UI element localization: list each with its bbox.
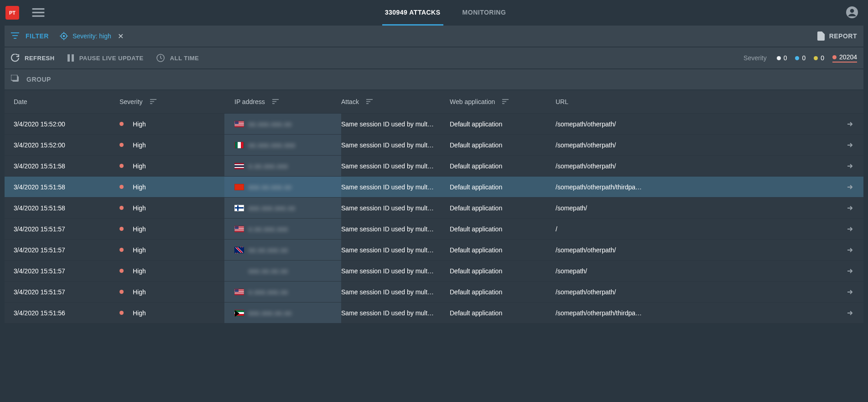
cell-date: 3/4/2020 15:51:57 (5, 246, 120, 254)
svg-rect-5 (11, 32, 19, 33)
filter-icon[interactable] (11, 32, 19, 40)
row-open-button[interactable] (836, 163, 863, 169)
column-url[interactable]: URL (556, 98, 836, 105)
close-icon[interactable]: ✕ (118, 32, 124, 41)
app-header: PT 330949 ATTACKS MONITORING (0, 0, 868, 26)
top-nav: 330949 ATTACKS MONITORING (45, 0, 846, 26)
nav-monitoring[interactable]: MONITORING (460, 0, 509, 26)
svg-rect-25 (366, 99, 373, 100)
logo[interactable]: PT (5, 6, 19, 20)
cell-date: 3/4/2020 15:52:00 (5, 141, 120, 149)
flag-icon (234, 247, 244, 253)
row-open-button[interactable] (836, 268, 863, 274)
table-row[interactable]: 3/4/2020 15:51:56Highxxx.xxx.xx.xxSame s… (5, 302, 863, 323)
severity-stats-label: Severity (743, 54, 767, 62)
table-row[interactable]: 3/4/2020 15:51:58Highx.xx.xxx.xxxSame se… (5, 155, 863, 176)
svg-point-4 (850, 9, 854, 13)
svg-rect-20 (150, 101, 154, 102)
flag-icon (234, 310, 244, 316)
row-open-button[interactable] (836, 247, 863, 253)
row-open-button[interactable] (836, 205, 863, 211)
group-bar[interactable]: GROUP (5, 69, 863, 89)
table-row[interactable]: 3/4/2020 15:51:58Highxxx.xxx.xxx.xxSame … (5, 197, 863, 218)
arrow-right-icon (847, 184, 853, 190)
account-icon[interactable] (846, 6, 858, 20)
table-row[interactable]: 3/4/2020 15:51:57Highx.xx.xxx.xxxSame se… (5, 218, 863, 239)
column-date[interactable]: Date (5, 98, 120, 105)
filter-chip-severity[interactable]: Severity: high ✕ (60, 32, 124, 41)
column-severity[interactable]: Severity (120, 98, 224, 105)
severity-dot-icon (120, 248, 124, 252)
svg-rect-21 (150, 103, 152, 104)
table-row[interactable]: 3/4/2020 15:52:00Highxx.xxx.xxx.xxxSame … (5, 134, 863, 155)
severity-count-low[interactable]: 0 (795, 54, 806, 62)
sort-icon[interactable] (502, 98, 509, 105)
sort-icon[interactable] (272, 98, 279, 105)
flag-icon (234, 163, 244, 169)
cell-ip: xxx.xxx.xxx.xx (224, 198, 341, 218)
cell-app: Default application (450, 309, 556, 317)
severity-stats: Severity 0 0 0 20204 (743, 53, 857, 63)
row-open-button[interactable] (836, 310, 863, 316)
refresh-button[interactable]: REFRESH (11, 54, 55, 62)
row-open-button[interactable] (836, 289, 863, 295)
severity-count-high[interactable]: 20204 (832, 53, 857, 63)
cell-ip: xxx.xxx.xx.xx (224, 303, 341, 323)
table-row[interactable]: 3/4/2020 15:51:57Highxxx.xx.xx.xxSame se… (5, 260, 863, 281)
pause-button[interactable]: PAUSE LIVE UPDATE (68, 54, 144, 62)
svg-point-9 (63, 36, 64, 37)
filter-button[interactable]: FILTER (26, 32, 49, 40)
table-row[interactable]: 3/4/2020 15:51:57Highx.xxx.xxx.xxSame se… (5, 281, 863, 302)
table-row[interactable]: 3/4/2020 15:51:57Highxx.xx.xxx.xxSame se… (5, 239, 863, 260)
cell-url: /somepath/otherpath/ (556, 288, 836, 296)
flag-icon (234, 205, 244, 211)
time-filter-button[interactable]: ALL TIME (156, 54, 199, 62)
row-open-button[interactable] (836, 121, 863, 127)
cell-severity: High (120, 309, 224, 317)
cell-ip: x.xx.xxx.xxx (224, 219, 341, 239)
severity-dot-icon (120, 143, 124, 147)
severity-count-info[interactable]: 0 (777, 54, 787, 62)
cell-attack: Same session ID used by mult… (341, 120, 450, 128)
attacks-table: Date Severity IP address Attack Web appl… (5, 90, 863, 323)
cell-severity: High (120, 267, 224, 275)
cell-ip: x.xxx.xxx.xx (224, 282, 341, 302)
flag-icon (234, 226, 244, 232)
cell-ip: xx.xx.xxx.xx (224, 240, 341, 260)
svg-rect-23 (272, 101, 276, 102)
cell-date: 3/4/2020 15:52:00 (5, 120, 120, 128)
arrow-right-icon (847, 121, 853, 127)
row-open-button[interactable] (836, 184, 863, 190)
cell-url: /somepath/otherpath/thirdpa… (556, 183, 836, 191)
severity-count-medium[interactable]: 0 (814, 54, 824, 62)
column-app[interactable]: Web application (450, 98, 556, 105)
column-ip[interactable]: IP address (224, 98, 341, 105)
cell-severity: High (120, 120, 224, 128)
row-open-button[interactable] (836, 226, 863, 232)
row-open-button[interactable] (836, 142, 863, 148)
severity-dot-icon (120, 206, 124, 210)
cell-url: /somepath/otherpath/ (556, 162, 836, 170)
action-bar: REFRESH PAUSE LIVE UPDATE ALL TIME Sever… (5, 47, 863, 68)
svg-rect-29 (502, 101, 506, 102)
nav-attacks[interactable]: 330949 ATTACKS (382, 0, 443, 26)
sort-icon[interactable] (366, 98, 373, 105)
menu-icon[interactable] (32, 8, 45, 17)
cell-attack: Same session ID used by mult… (341, 246, 450, 254)
table-row[interactable]: 3/4/2020 15:51:58Highxxx.xx.xxx.xxSame s… (5, 176, 863, 197)
column-attack[interactable]: Attack (341, 98, 450, 105)
report-button[interactable]: REPORT (817, 31, 857, 41)
cell-url: /somepath/otherpath/ (556, 246, 836, 254)
refresh-icon (11, 54, 19, 62)
sort-icon[interactable] (150, 98, 156, 105)
table-header: Date Severity IP address Attack Web appl… (5, 90, 863, 113)
svg-rect-18 (11, 75, 17, 80)
severity-dot-icon (120, 227, 124, 231)
cell-ip: xx.xxx.xxx.xx (224, 114, 341, 134)
table-row[interactable]: 3/4/2020 15:52:00Highxx.xxx.xxx.xxSame s… (5, 113, 863, 134)
svg-rect-14 (68, 54, 70, 62)
filter-bar: FILTER Severity: high ✕ REPORT (5, 26, 863, 47)
svg-rect-7 (14, 38, 16, 39)
cell-attack: Same session ID used by mult… (341, 141, 450, 149)
cell-url: /somepath/ (556, 204, 836, 212)
